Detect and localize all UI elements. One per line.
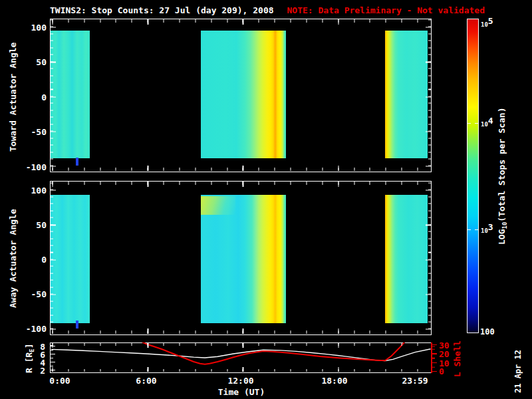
xtick-1200: 12:00 — [217, 376, 264, 386]
figure-title-row: TWINS2: Stop Counts: 27 Jul (day 209), 2… — [50, 5, 485, 15]
toward-y-major-ticks-right — [426, 19, 431, 171]
xtick-0600: 6:00 — [123, 376, 170, 386]
r-minor-ticks — [51, 343, 53, 372]
toward-segment-3 — [385, 31, 428, 158]
toward-ytick: 100 — [19, 23, 47, 33]
colorbar-gradient — [467, 19, 478, 332]
lshell-minor-ticks — [432, 343, 435, 372]
toward-segment-2 — [201, 31, 286, 158]
away-ytick: -50 — [19, 289, 47, 299]
xtick-1800: 18:00 — [311, 376, 358, 386]
toward-y-major-ticks-left — [51, 19, 56, 171]
away-ytick: -100 — [19, 324, 47, 334]
toward-low-count-notch — [76, 158, 78, 166]
toward-axis-label: Toward Actuator Angle — [8, 43, 18, 152]
away-x-major-ticks-bottom — [51, 329, 430, 334]
away-y-major-ticks-left — [51, 182, 56, 334]
away-ytick: 0 — [19, 255, 47, 265]
xtick-2359: 23:59 — [392, 376, 438, 386]
lshell-ytick: 0 — [439, 366, 444, 376]
colorbar-tick-1e3-left — [467, 229, 471, 230]
away-ytick: 50 — [19, 220, 47, 230]
lshell-axis-label: L Shell — [452, 340, 462, 377]
colorbar-tick-label: 104 — [481, 118, 493, 128]
toward-x-major-ticks-bottom — [51, 166, 430, 171]
toward-x-major-ticks-top — [51, 19, 430, 25]
ephemeris-x-major-ticks-bottom — [51, 367, 430, 372]
colorbar-tick-1e4-right — [475, 123, 478, 124]
away-axis-label: Away Actuator Angle — [8, 209, 18, 308]
spectrogram-figure: TWINS2: Stop Counts: 27 Jul (day 209), 2… — [0, 0, 532, 399]
date-stamp: 21 Apr 12 — [513, 350, 523, 393]
colorbar-axis-label: LOG10(Total Stops per Scan) — [497, 107, 507, 245]
lshell-ytick: 20 — [439, 349, 450, 359]
toward-segment-1 — [51, 31, 90, 158]
away-segment-1 — [51, 195, 90, 323]
colorbar-tick-label: 103 — [481, 225, 493, 235]
away-ytick: 100 — [19, 186, 47, 196]
r-axis-label: R [RE] — [24, 343, 34, 373]
colorbar — [467, 19, 479, 333]
toward-ytick: -100 — [19, 162, 47, 172]
away-low-count-notch — [76, 321, 78, 329]
toward-ytick: -50 — [19, 127, 47, 137]
away-x-major-ticks-top — [51, 182, 430, 187]
away-segment-2 — [201, 195, 286, 323]
colorbar-tick-1e4-left — [467, 123, 471, 124]
figure-title: TWINS2: Stop Counts: 27 Jul (day 209), 2… — [50, 5, 274, 15]
toward-ytick: 0 — [19, 92, 47, 102]
away-high-count-patch — [201, 196, 235, 215]
ephemeris-x-major-ticks-top — [51, 343, 430, 348]
time-axis-label: Time (UT) — [208, 387, 275, 397]
preliminary-note: NOTE: Data Preliminary - Not validated — [287, 5, 485, 15]
colorbar-tick-label: 105 — [481, 19, 493, 29]
xtick-0000: 0:00 — [37, 376, 83, 386]
toward-ytick: 50 — [19, 57, 47, 67]
colorbar-tick-1e3-right — [475, 229, 478, 230]
away-y-major-ticks-right — [426, 182, 431, 334]
colorbar-tick-label: 100 — [480, 327, 495, 336]
away-segment-3 — [385, 195, 428, 323]
